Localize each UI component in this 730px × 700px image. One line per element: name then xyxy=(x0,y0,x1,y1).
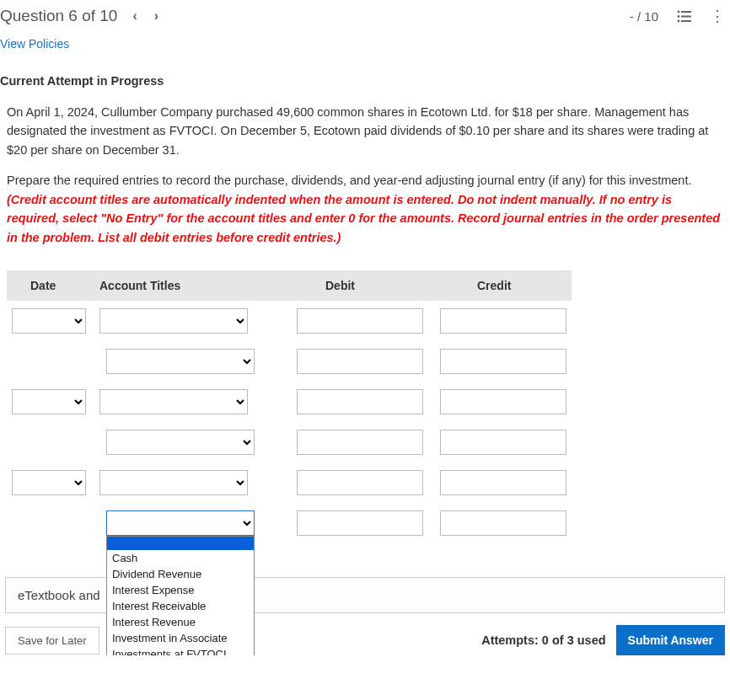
question-number-label: Question 6 of 10 xyxy=(0,7,117,25)
dropdown-option[interactable]: Dividend Revenue xyxy=(107,566,254,582)
problem-paragraph-1: On April 1, 2024, Cullumber Company purc… xyxy=(0,103,730,171)
dropdown-option[interactable]: Investments at FVTOCI xyxy=(107,646,254,655)
dropdown-option[interactable]: Interest Expense xyxy=(107,582,254,598)
account-dropdown-list[interactable]: Cash Dividend Revenue Interest Expense I… xyxy=(106,536,255,655)
svg-rect-5 xyxy=(681,20,691,22)
problem-paragraph-2: Prepare the required entries to record t… xyxy=(0,171,730,259)
col-header-credit: Credit xyxy=(437,279,572,292)
svg-point-2 xyxy=(678,15,680,18)
dropdown-option[interactable]: Interest Receivable xyxy=(107,598,254,614)
table-header-row: Date Account Titles Debit Credit xyxy=(7,270,572,301)
instruction-lead: Prepare the required entries to record t… xyxy=(7,174,691,187)
top-bar: Question 6 of 10 ‹ › - / 10 xyxy=(0,0,730,32)
credit-input[interactable] xyxy=(440,430,566,455)
col-header-debit: Debit xyxy=(285,279,437,292)
col-header-account: Account Titles xyxy=(99,279,285,292)
col-header-date: Date xyxy=(7,279,99,292)
save-for-later-button[interactable]: Save for Later xyxy=(5,627,99,655)
date-select[interactable] xyxy=(12,308,86,334)
top-bar-right: - / 10 xyxy=(630,9,725,24)
date-select[interactable] xyxy=(12,470,86,495)
top-bar-left: Question 6 of 10 ‹ › xyxy=(0,7,158,25)
table-row xyxy=(7,422,572,462)
credit-input[interactable] xyxy=(440,510,566,536)
submit-answer-button[interactable]: Submit Answer xyxy=(616,625,725,655)
table-row xyxy=(7,462,572,503)
account-select-open[interactable] xyxy=(106,510,255,536)
account-select[interactable] xyxy=(99,308,248,334)
dropdown-option[interactable]: Interest Revenue xyxy=(107,614,254,630)
view-policies-link[interactable]: View Policies xyxy=(0,32,730,69)
credit-input[interactable] xyxy=(440,389,566,414)
date-select[interactable] xyxy=(12,389,86,414)
account-select[interactable] xyxy=(99,389,248,414)
table-row xyxy=(7,301,572,341)
account-select[interactable] xyxy=(99,470,248,495)
debit-input[interactable] xyxy=(297,430,423,455)
next-question-button[interactable]: › xyxy=(154,8,158,24)
debit-input[interactable] xyxy=(297,510,423,536)
section-title: Current Attempt in Progress xyxy=(0,69,730,103)
dropdown-option[interactable]: Cash xyxy=(107,550,254,566)
svg-point-4 xyxy=(678,19,680,22)
dropdown-option-selected[interactable] xyxy=(107,537,254,550)
instruction-red: (Credit account titles are automatically… xyxy=(7,193,720,244)
account-select[interactable] xyxy=(106,430,255,455)
credit-input[interactable] xyxy=(440,308,566,334)
credit-input[interactable] xyxy=(440,470,566,495)
question-nav: ‹ › xyxy=(132,8,158,24)
prev-question-button[interactable]: ‹ xyxy=(132,8,137,24)
attempts-label: Attempts: 0 of 3 used xyxy=(481,633,605,647)
journal-entry-table: Date Account Titles Debit Credit xyxy=(7,270,572,543)
debit-input[interactable] xyxy=(297,308,423,334)
more-options-icon[interactable] xyxy=(710,14,725,19)
svg-point-0 xyxy=(678,10,680,13)
dropdown-option[interactable]: Investment in Associate xyxy=(107,630,254,646)
account-select[interactable] xyxy=(106,349,255,374)
table-row: Cash Dividend Revenue Interest Expense I… xyxy=(7,503,572,543)
debit-input[interactable] xyxy=(297,349,423,374)
debit-input[interactable] xyxy=(297,389,423,414)
svg-rect-3 xyxy=(681,15,691,17)
debit-input[interactable] xyxy=(297,470,423,495)
credit-input[interactable] xyxy=(440,349,566,374)
question-list-icon[interactable] xyxy=(677,10,691,23)
table-row xyxy=(7,341,572,382)
table-row xyxy=(7,382,572,422)
score-label: - / 10 xyxy=(630,9,658,24)
svg-rect-1 xyxy=(681,11,691,13)
